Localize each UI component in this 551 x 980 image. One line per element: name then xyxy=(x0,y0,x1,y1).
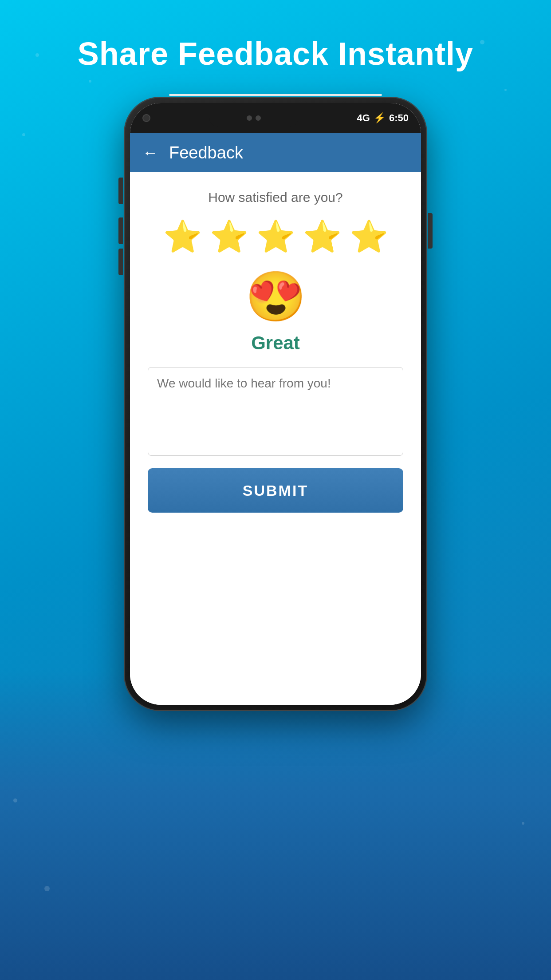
notch-mic xyxy=(247,115,252,121)
notch-camera xyxy=(256,115,261,121)
star-4[interactable]: ⭐ xyxy=(303,218,342,255)
feedback-textarea[interactable] xyxy=(148,367,403,456)
star-2[interactable]: ⭐ xyxy=(210,218,248,255)
page-title: Share Feedback Instantly xyxy=(78,36,473,72)
rating-emoji: 😍 xyxy=(245,268,306,325)
feedback-content: How satisfied are you? ⭐ ⭐ ⭐ ⭐ ⭐ 😍 Great… xyxy=(130,172,421,705)
status-left xyxy=(142,114,150,122)
header-divider xyxy=(169,94,382,96)
satisfaction-question: How satisfied are you? xyxy=(208,190,343,205)
time-label: 6:50 xyxy=(389,112,409,124)
signal-label: 4G xyxy=(357,112,370,124)
phone-mockup: 4G ⚡ 6:50 ← Feedback How satisfied are y… xyxy=(125,98,426,710)
battery-icon: ⚡ xyxy=(374,112,386,124)
camera-icon xyxy=(142,114,150,122)
app-bar-title: Feedback xyxy=(169,143,243,162)
status-right: 4G ⚡ 6:50 xyxy=(357,112,409,124)
notch xyxy=(209,109,298,127)
phone-screen: 4G ⚡ 6:50 ← Feedback How satisfied are y… xyxy=(130,103,421,705)
phone-outer-shell: 4G ⚡ 6:50 ← Feedback How satisfied are y… xyxy=(125,98,426,710)
star-1[interactable]: ⭐ xyxy=(163,218,202,255)
back-button[interactable]: ← xyxy=(142,143,158,162)
star-3[interactable]: ⭐ xyxy=(256,218,295,255)
rating-label: Great xyxy=(251,332,300,354)
app-bar: ← Feedback xyxy=(130,133,421,172)
status-bar: 4G ⚡ 6:50 xyxy=(130,103,421,133)
submit-button[interactable]: SUBMIT xyxy=(148,468,403,513)
star-5[interactable]: ⭐ xyxy=(350,218,388,255)
stars-rating[interactable]: ⭐ ⭐ ⭐ ⭐ ⭐ xyxy=(163,218,388,255)
